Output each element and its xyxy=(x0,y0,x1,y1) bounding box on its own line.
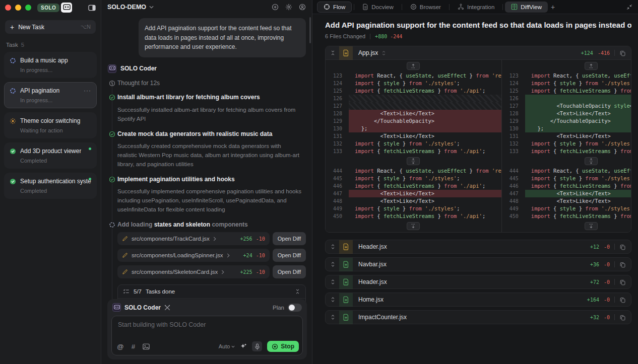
file-chip-row: src/components/LoadingSpinner.jsx+24 -10… xyxy=(117,249,306,262)
project-name[interactable]: SOLO-DEMO xyxy=(107,4,146,11)
copy-icon[interactable] xyxy=(619,50,626,56)
code-content: import { style } from './styles'; xyxy=(525,140,631,148)
collapse-file-icon[interactable] xyxy=(330,50,336,56)
tab-separator xyxy=(402,4,402,10)
new-tab-button[interactable]: + xyxy=(548,3,558,11)
task-card[interactable]: Add 3D product viewerCompleted xyxy=(4,142,97,169)
expand-both-button[interactable] xyxy=(407,157,420,165)
open-diff-button[interactable]: Open Diff xyxy=(273,265,306,278)
code-content: </TouchableOpacity> xyxy=(349,117,501,125)
collapse-panel-icon[interactable] xyxy=(626,4,632,10)
task-menu-button[interactable]: ··· xyxy=(84,87,91,94)
line-number: 124 xyxy=(502,80,525,87)
expand-up-button[interactable] xyxy=(407,62,420,70)
agent-step[interactable]: Create mock data generators with realist… xyxy=(108,130,306,138)
code-content: import { fetchLiveStreams } from './api'… xyxy=(349,87,501,95)
tab-diffview[interactable]: DiffView xyxy=(505,2,548,13)
copy-icon[interactable] xyxy=(619,279,626,285)
tab-flow[interactable]: Flow xyxy=(317,2,352,13)
diff-file-name[interactable]: App.jsx xyxy=(358,49,378,56)
file-chip[interactable]: src/components/LoadingSpinner.jsx+24 -10 xyxy=(117,249,270,262)
enhance-prompt-icon[interactable] xyxy=(240,343,247,350)
mode-select[interactable]: Auto xyxy=(219,343,235,349)
file-chip[interactable]: src/components/SkeletonCard.jsx+225 -10 xyxy=(117,265,270,278)
copy-icon[interactable] xyxy=(619,297,626,303)
task-title-row: API pagination··· xyxy=(10,87,91,94)
task-card[interactable]: Setup authentication syste...Completed xyxy=(4,173,97,199)
sort-icon[interactable] xyxy=(381,50,386,56)
image-attach-icon[interactable] xyxy=(143,343,150,350)
open-diff-button[interactable]: Open Diff xyxy=(273,232,306,245)
message-input[interactable] xyxy=(112,316,302,338)
diff-expand-row xyxy=(326,220,501,232)
edit-file-icon xyxy=(122,269,128,275)
hash-icon[interactable]: # xyxy=(132,343,136,350)
diff-code-line: 131 <Text>Like</Text> xyxy=(502,132,631,140)
expand-down-button[interactable] xyxy=(407,222,420,230)
zoom-window-button[interactable] xyxy=(25,5,31,11)
composer-agent-name[interactable]: SOLO Coder xyxy=(124,304,161,311)
expand-file-icon[interactable] xyxy=(330,261,336,267)
new-task-shortcut: ⌥N xyxy=(80,24,91,30)
diff-file-header: App.jsx +124 -416 xyxy=(326,46,631,60)
file-chip[interactable]: src/components/TrackCard.jsx+256 -10 xyxy=(117,232,270,245)
open-diff-button[interactable]: Open Diff xyxy=(273,249,306,262)
tab-browser[interactable]: Browser xyxy=(404,2,447,13)
tab-integration[interactable]: Integration xyxy=(452,2,500,13)
plan-toggle[interactable] xyxy=(288,304,302,312)
diff-code-line: 449import { style } from './styles'; xyxy=(326,205,501,212)
todo-collapse-icon[interactable] xyxy=(295,288,300,295)
new-task-button[interactable]: + New Task ⌥N xyxy=(5,20,96,34)
total-deletions: -244 xyxy=(390,34,402,39)
expand-up-button[interactable] xyxy=(585,62,598,70)
tools-icon[interactable] xyxy=(164,305,170,311)
agent-step[interactable]: Implement pagination utilities and hooks xyxy=(108,176,306,184)
stop-button[interactable]: Stop xyxy=(267,341,299,352)
mention-icon[interactable]: @ xyxy=(117,343,124,350)
code-content: import { fetchLiveStreams } from './api'… xyxy=(525,87,631,95)
changed-file-row[interactable]: Header.jsx+72-0 xyxy=(325,275,631,289)
new-chat-icon[interactable] xyxy=(272,4,279,11)
copy-icon[interactable] xyxy=(619,314,626,321)
changed-file-row[interactable]: ImpactCounter.jsx+32-0 xyxy=(325,310,631,324)
agent-step[interactable]: Add loading states and skeleton componen… xyxy=(108,221,306,229)
minimize-window-button[interactable] xyxy=(15,5,21,11)
diff-code-line: 133import { fetchLiveStreams } from './a… xyxy=(326,148,501,155)
changed-file-row[interactable]: Header.jsx+12-0 xyxy=(325,240,631,254)
account-icon[interactable] xyxy=(299,4,306,11)
expand-file-icon[interactable] xyxy=(330,297,336,303)
chat-scrollbar[interactable] xyxy=(309,17,311,43)
step-status-icon xyxy=(108,221,115,229)
settings-gear-icon[interactable] xyxy=(285,4,292,11)
line-number: 123 xyxy=(326,72,349,80)
mic-button[interactable] xyxy=(252,341,262,351)
line-number: 445 xyxy=(326,175,349,182)
expand-both-button[interactable] xyxy=(585,157,598,165)
diff-code-line: 448 <Text>Like</Text> xyxy=(326,197,501,205)
diffview-icon xyxy=(511,4,518,10)
changed-file-row[interactable]: Navbar.jsx+36-0 xyxy=(325,257,631,271)
task-title-row: Add 3D product viewer xyxy=(10,148,91,155)
copy-icon[interactable] xyxy=(619,261,626,268)
task-status-icon xyxy=(10,148,16,155)
diff-code-line: 124import { style } from './styles'; xyxy=(502,80,631,87)
expand-file-icon[interactable] xyxy=(330,314,336,320)
task-card[interactable]: Build a music appIn progress... xyxy=(4,52,97,78)
tab-docview[interactable]: Docview xyxy=(356,2,399,13)
agent-step[interactable]: Install album-art library for fetching a… xyxy=(108,94,306,102)
diff-code-line: 445import { style } from './styles'; xyxy=(326,175,501,182)
code-content: <Text>Like</Text> xyxy=(349,197,501,205)
composer: SOLO Coder Plan @ # Aut xyxy=(107,299,307,359)
expand-file-icon[interactable] xyxy=(330,279,336,285)
expand-down-button[interactable] xyxy=(585,222,598,230)
expand-file-icon[interactable] xyxy=(330,244,336,250)
changed-file-row[interactable]: Home.jsx+164-0 xyxy=(325,293,631,307)
thought-row[interactable]: Thought for 12s xyxy=(108,80,306,88)
step-title: Install album-art library for fetching a… xyxy=(117,94,260,102)
copy-icon[interactable] xyxy=(619,244,626,250)
task-card[interactable]: API pagination···In progress... xyxy=(4,82,97,108)
task-card[interactable]: Theme color switchingWaiting for action xyxy=(4,112,97,138)
sidebar-toggle-icon[interactable] xyxy=(88,5,96,11)
close-window-button[interactable] xyxy=(5,5,11,11)
chevron-down-icon[interactable] xyxy=(149,6,154,9)
